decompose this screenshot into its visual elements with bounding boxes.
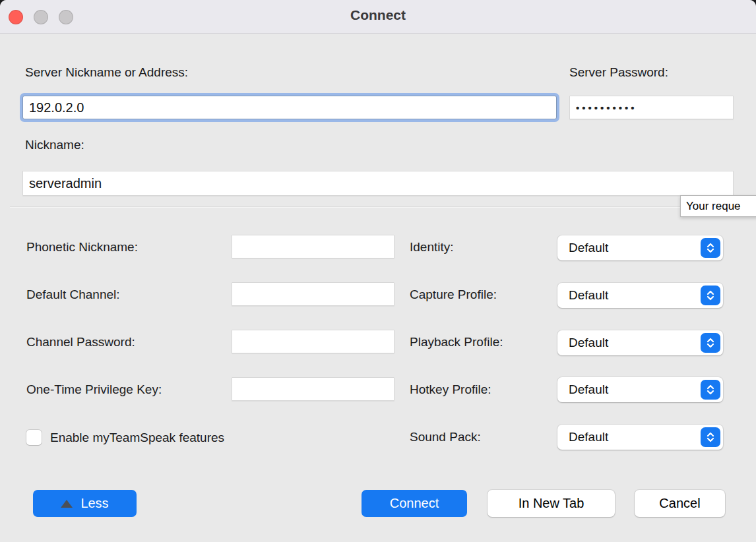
playback-profile-dropdown[interactable]: Default [557, 330, 723, 355]
playback-profile-label: Playback Profile: [410, 335, 503, 349]
channel-password-input[interactable] [232, 330, 394, 353]
less-button[interactable]: Less [33, 490, 137, 517]
chevron-up-down-icon [701, 380, 720, 400]
hotkey-profile-dropdown-value: Default [569, 377, 608, 402]
tooltip: Your reque [680, 195, 756, 217]
default-channel-input[interactable] [232, 282, 394, 306]
capture-profile-label: Capture Profile: [410, 287, 497, 302]
hotkey-profile-label: Hotkey Profile: [410, 382, 491, 397]
nickname-label: Nickname: [25, 138, 84, 152]
hotkey-profile-dropdown[interactable]: Default [557, 377, 723, 402]
sound-pack-dropdown-value: Default [569, 425, 608, 450]
sound-pack-label: Sound Pack: [410, 430, 481, 444]
chevron-up-down-icon [701, 427, 720, 447]
in-new-tab-button-label: In New Tab [519, 496, 584, 511]
phonetic-nickname-input[interactable] [232, 235, 394, 258]
identity-label: Identity: [410, 240, 454, 255]
server-address-label: Server Nickname or Address: [25, 65, 188, 80]
sound-pack-dropdown[interactable]: Default [557, 425, 723, 450]
section-divider [10, 206, 746, 208]
triangle-up-icon [61, 500, 73, 508]
phonetic-nickname-label: Phonetic Nickname: [26, 240, 138, 255]
server-password-input[interactable] [569, 96, 734, 119]
capture-profile-dropdown-value: Default [569, 283, 608, 308]
playback-profile-dropdown-value: Default [569, 330, 608, 355]
cancel-button-label: Cancel [659, 496, 700, 511]
connect-dialog: Connect Server Nickname or Address: Serv… [0, 0, 756, 542]
in-new-tab-button[interactable]: In New Tab [488, 490, 615, 517]
chevron-up-down-icon [701, 333, 720, 353]
chevron-up-down-icon [701, 286, 720, 305]
server-address-input[interactable] [22, 96, 557, 119]
nickname-input[interactable] [22, 171, 734, 196]
myteamspeak-checkbox-label: Enable myTeamSpeak features [50, 431, 224, 445]
myteamspeak-checkbox[interactable] [26, 430, 42, 445]
chevron-up-down-icon [701, 238, 720, 258]
connect-button-label: Connect [390, 496, 439, 511]
capture-profile-dropdown[interactable]: Default [557, 283, 723, 308]
privilege-key-label: One-Time Privilege Key: [26, 382, 162, 397]
default-channel-label: Default Channel: [26, 287, 120, 302]
less-button-label: Less [80, 496, 108, 511]
identity-dropdown-value: Default [569, 235, 608, 260]
cancel-button[interactable]: Cancel [635, 490, 725, 517]
title-bar: Connect [0, 0, 756, 34]
connect-button[interactable]: Connect [362, 490, 467, 517]
identity-dropdown[interactable]: Default [557, 235, 723, 260]
server-password-label: Server Password: [569, 65, 668, 80]
privilege-key-input[interactable] [232, 377, 394, 401]
channel-password-label: Channel Password: [26, 335, 135, 349]
window-title: Connect [0, 7, 756, 23]
